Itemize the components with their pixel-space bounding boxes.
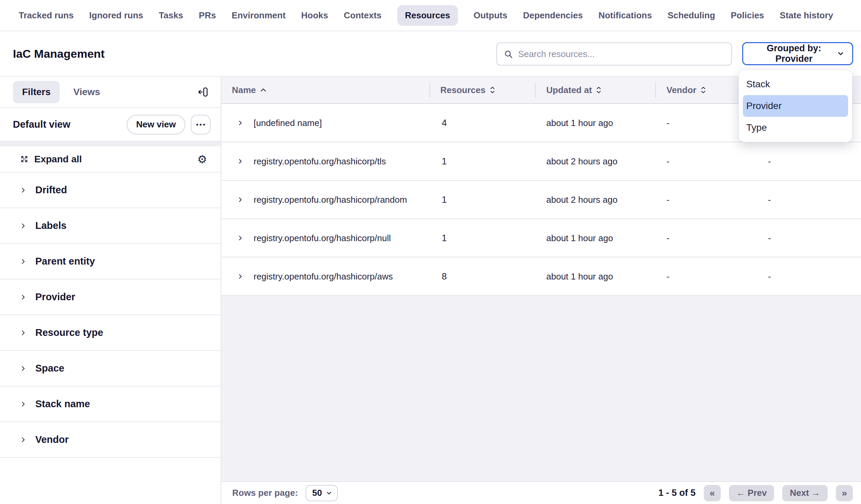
- filter-vendor[interactable]: Vendor: [0, 422, 221, 458]
- cell-vendor: -: [667, 156, 670, 166]
- cell-vendor: -: [667, 271, 670, 282]
- sidebar-filler: [0, 458, 221, 504]
- chevron-right-icon: [20, 436, 27, 443]
- nav-scheduling[interactable]: Scheduling: [668, 10, 715, 21]
- expand-all-label: Expand all: [34, 154, 82, 165]
- menu-item-type[interactable]: Type: [743, 117, 848, 139]
- filter-resource-type[interactable]: Resource type: [0, 315, 221, 351]
- cell-name: registry.opentofu.org/hashicorp/tls: [254, 156, 386, 166]
- first-page-button[interactable]: «: [704, 485, 721, 501]
- chevron-right-icon: [20, 187, 27, 194]
- sort-icon: [490, 86, 495, 94]
- rows-per-page-label: Rows per page:: [232, 488, 298, 498]
- chevron-down-icon: [836, 50, 845, 58]
- filter-label: Drifted: [35, 185, 67, 196]
- collapse-sidebar-icon: [197, 86, 208, 97]
- column-divider: [429, 83, 430, 98]
- cell-updated-at: about 2 hours ago: [546, 156, 618, 166]
- tab-views[interactable]: Views: [73, 86, 100, 97]
- sort-icon: [596, 86, 601, 94]
- chevron-right-icon: [20, 329, 27, 336]
- nav-outputs[interactable]: Outputs: [474, 10, 508, 21]
- cell-vendor: -: [667, 233, 670, 243]
- filter-labels[interactable]: Labels: [0, 208, 221, 244]
- table-row[interactable]: registry.opentofu.org/hashicorp/aws 8 ab…: [221, 257, 861, 296]
- column-header-vendor[interactable]: Vendor: [667, 85, 706, 95]
- expand-row-icon[interactable]: [237, 196, 243, 203]
- chevron-right-icon: [20, 365, 27, 372]
- column-divider: [535, 83, 536, 98]
- chevron-right-icon: [20, 401, 27, 408]
- expand-all-row[interactable]: Expand all ⚙: [0, 146, 221, 173]
- nav-environment[interactable]: Environment: [232, 10, 286, 21]
- last-page-button[interactable]: »: [836, 485, 853, 501]
- table-row[interactable]: registry.opentofu.org/hashicorp/null 1 a…: [221, 219, 861, 257]
- search-input[interactable]: [518, 49, 731, 59]
- menu-item-provider[interactable]: Provider: [743, 95, 848, 117]
- column-header-resources[interactable]: Resources: [440, 85, 495, 95]
- next-page-button[interactable]: Next →: [782, 485, 828, 501]
- sidebar: Filters Views Default view New view: [0, 77, 221, 504]
- filter-space[interactable]: Space: [0, 351, 221, 386]
- table-row[interactable]: registry.opentofu.org/hashicorp/tls 1 ab…: [221, 142, 861, 181]
- nav-ignored-runs[interactable]: Ignored runs: [89, 10, 143, 21]
- search-box[interactable]: [496, 42, 732, 66]
- prev-page-button[interactable]: ← Prev: [729, 485, 775, 501]
- nav-state-history[interactable]: State history: [780, 10, 834, 21]
- cell-vendor: -: [667, 118, 670, 128]
- chevron-down-icon: [326, 490, 332, 496]
- table-row[interactable]: registry.opentofu.org/hashicorp/random 1…: [221, 181, 861, 219]
- column-label: Resources: [440, 85, 486, 95]
- sidebar-tabs: Filters Views: [0, 77, 221, 108]
- cell-resources: 4: [442, 118, 447, 128]
- expand-row-icon[interactable]: [237, 235, 243, 241]
- view-row: Default view New view: [0, 108, 221, 141]
- expand-row-icon[interactable]: [237, 120, 243, 126]
- filter-label: Provider: [35, 291, 76, 303]
- nav-prs[interactable]: PRs: [199, 10, 216, 21]
- tab-filters[interactable]: Filters: [13, 81, 60, 103]
- current-view-name: Default view: [13, 119, 121, 130]
- column-header-name[interactable]: Name: [232, 85, 266, 95]
- filter-label: Resource type: [35, 327, 103, 338]
- title-bar: IaC Management Grouped by: Provider: [0, 31, 861, 77]
- filter-stack-name[interactable]: Stack name: [0, 386, 221, 422]
- view-options-button[interactable]: [191, 115, 210, 135]
- cell-updated-at: about 1 hour ago: [546, 233, 613, 243]
- filter-parent-entity[interactable]: Parent entity: [0, 244, 221, 280]
- nav-contexts[interactable]: Contexts: [344, 10, 382, 21]
- ellipsis-icon: [195, 123, 206, 126]
- cell-extra: -: [768, 156, 771, 166]
- nav-tracked-runs[interactable]: Tracked runs: [19, 10, 74, 21]
- iac-management-page: Tracked runs Ignored runs Tasks PRs Envi…: [0, 0, 861, 504]
- search-icon: [504, 50, 513, 59]
- nav-hooks[interactable]: Hooks: [301, 10, 328, 21]
- nav-notifications[interactable]: Notifications: [599, 10, 652, 21]
- group-by-button[interactable]: Grouped by: Provider: [742, 42, 853, 65]
- cell-updated-at: about 1 hour ago: [546, 118, 613, 128]
- top-nav: Tracked runs Ignored runs Tasks PRs Envi…: [0, 0, 861, 31]
- expand-row-icon[interactable]: [237, 273, 243, 280]
- menu-item-stack[interactable]: Stack: [743, 73, 848, 95]
- chevron-right-icon: [20, 258, 27, 265]
- expand-row-icon[interactable]: [237, 158, 243, 164]
- nav-resources[interactable]: Resources: [397, 5, 458, 26]
- cell-resources: 1: [442, 156, 447, 166]
- cell-updated-at: about 1 hour ago: [546, 271, 613, 282]
- cell-extra: -: [768, 233, 771, 243]
- cell-updated-at: about 2 hours ago: [546, 194, 618, 205]
- rows-per-page-select[interactable]: 50: [305, 485, 338, 501]
- new-view-button[interactable]: New view: [127, 115, 186, 135]
- filters-settings-button[interactable]: ⚙: [197, 154, 207, 165]
- sort-icon: [701, 86, 706, 94]
- filter-provider[interactable]: Provider: [0, 280, 221, 315]
- filter-drifted[interactable]: Drifted: [0, 173, 221, 208]
- cell-resources: 8: [442, 271, 447, 282]
- nav-tasks[interactable]: Tasks: [159, 10, 183, 21]
- gear-icon: ⚙: [197, 153, 207, 166]
- nav-policies[interactable]: Policies: [730, 10, 764, 21]
- column-label: Updated at: [546, 85, 592, 95]
- collapse-sidebar-button[interactable]: [197, 86, 208, 97]
- nav-dependencies[interactable]: Dependencies: [523, 10, 583, 21]
- column-header-updated-at[interactable]: Updated at: [546, 85, 601, 95]
